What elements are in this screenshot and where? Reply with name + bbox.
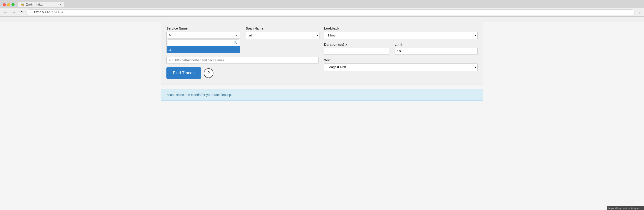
sort-select[interactable]: Longest First Shortest First Newest Firs… <box>324 64 478 71</box>
service-option-all[interactable]: all <box>167 46 240 53</box>
span-name-select[interactable]: all <box>246 32 320 39</box>
sort-label: Sort <box>324 58 478 62</box>
limit-label: Limit <box>394 43 478 46</box>
service-search-input[interactable] <box>168 40 239 45</box>
top-row: Service Name all ▲ 🔍 <box>166 27 318 53</box>
bookmark-icon[interactable]: ☆ <box>638 10 642 15</box>
sort-group: Sort Longest First Shortest First Newest… <box>324 58 478 71</box>
help-button[interactable]: ? <box>204 68 214 78</box>
tab-title: Zipkin - Index <box>26 3 43 6</box>
service-name-dropdown[interactable]: all ▲ 🔍 all <box>166 32 240 53</box>
address-text: 127.0.0.1:9411/zipkin/ <box>34 11 63 14</box>
browser-tab[interactable]: 🐝 Zipkin - Index × <box>18 2 64 8</box>
duration-limit-row: Duration (μs) >= Limit <box>324 43 478 55</box>
service-name-group: Service Name all ▲ 🔍 <box>166 27 240 53</box>
dropdown-up-arrow: ▲ <box>235 34 238 37</box>
forward-button[interactable]: → <box>10 10 17 15</box>
duration-input[interactable] <box>324 48 389 55</box>
browser-titlebar: 🐝 Zipkin - Index × <box>0 0 644 8</box>
browser-dots <box>3 3 14 6</box>
status-url: https://blog.csdn.net/liuquan... <box>608 207 642 209</box>
close-dot[interactable] <box>3 3 6 6</box>
service-name-selected[interactable]: all ▲ <box>166 32 240 39</box>
annotation-group <box>166 57 318 64</box>
search-icon: 🔍 <box>234 41 237 44</box>
duration-group: Duration (μs) >= <box>324 43 389 55</box>
tab-close-button[interactable]: × <box>60 3 62 7</box>
address-bar[interactable]: ⓘ 127.0.0.1:9411/zipkin/ <box>26 10 635 15</box>
minimize-dot[interactable] <box>7 3 10 6</box>
browser-chrome: 🐝 Zipkin - Index × ← → ↻ ⓘ 127.0.0.1:941… <box>0 0 644 17</box>
dropdown-search-area: 🔍 <box>166 39 240 46</box>
page-content: Service Name all ▲ 🔍 <box>0 22 644 210</box>
lookback-select[interactable]: 1 hour 2 hours 6 hours 12 hours 1 day 2 … <box>324 32 478 39</box>
info-message: Please select the criteria for your trac… <box>161 89 483 101</box>
duration-label: Duration (μs) >= <box>324 43 389 46</box>
main-layout: Service Name all ▲ 🔍 <box>166 27 478 79</box>
button-row: Find Traces ? <box>166 64 318 79</box>
info-message-text: Please select the criteria for your trac… <box>166 93 232 97</box>
span-name-group: Span Name all <box>246 27 320 39</box>
right-column: Lookback 1 hour 2 hours 6 hours 12 hours… <box>324 27 478 71</box>
search-panel: Service Name all ▲ 🔍 <box>161 22 483 84</box>
status-bar: https://blog.csdn.net/liuquan... <box>607 206 644 210</box>
span-name-label: Span Name <box>246 27 320 30</box>
limit-input[interactable] <box>394 48 478 55</box>
lookback-label: Lookback <box>324 27 478 30</box>
back-button[interactable]: ← <box>2 10 9 15</box>
refresh-button[interactable]: ↻ <box>19 10 25 15</box>
lookback-group: Lookback 1 hour 2 hours 6 hours 12 hours… <box>324 27 478 39</box>
find-traces-button[interactable]: Find Traces <box>166 67 201 79</box>
browser-toolbar: ← → ↻ ⓘ 127.0.0.1:9411/zipkin/ ☆ <box>0 8 644 17</box>
annotation-input[interactable] <box>166 57 318 64</box>
secure-icon: ⓘ <box>30 10 32 14</box>
service-dropdown-list: all <box>166 46 240 53</box>
limit-group: Limit <box>394 43 478 55</box>
sort-row: Sort Longest First Shortest First Newest… <box>324 58 478 71</box>
left-column: Service Name all ▲ 🔍 <box>166 27 318 79</box>
maximize-dot[interactable] <box>12 3 14 6</box>
tab-favicon: 🐝 <box>21 3 24 6</box>
service-name-label: Service Name <box>166 27 240 30</box>
